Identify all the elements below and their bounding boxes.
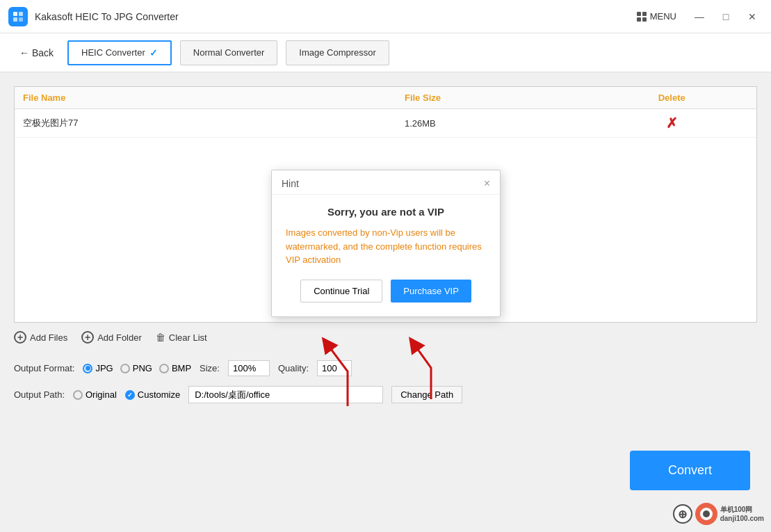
tab-normal-converter[interactable]: Normal Converter — [180, 40, 278, 65]
menu-button[interactable]: MENU — [630, 8, 683, 24]
hint-main-text: Sorry, you are not a VIP — [286, 206, 486, 218]
window-controls: MENU — □ ✕ — [630, 8, 763, 25]
hint-close-button[interactable]: × — [484, 177, 490, 190]
back-button[interactable]: ← Back — [14, 45, 59, 61]
arrow-indicators — [292, 330, 501, 413]
main-window: Kakasoft HEIC To JPG Converter MENU — □ … — [0, 0, 771, 532]
svg-rect-3 — [19, 17, 23, 22]
dialog-overlay: Hint × Sorry, you are not a VIP Images c… — [0, 72, 771, 532]
tab-heic-converter[interactable]: HEIC Converter ✓ — [67, 40, 172, 65]
tab-heic-label: HEIC Converter — [81, 47, 145, 58]
hint-dialog: Hint × Sorry, you are not a VIP Images c… — [271, 170, 501, 317]
app-title: Kakasoft HEIC To JPG Converter — [35, 11, 630, 22]
tab-image-label: Image Compressor — [299, 47, 376, 58]
menu-grid-icon — [637, 12, 647, 22]
nav-bar: ← Back HEIC Converter ✓ Normal Converter… — [0, 33, 771, 72]
hint-body: Sorry, you are not a VIP Images converte… — [272, 195, 500, 316]
minimize-button[interactable]: — — [689, 8, 710, 25]
svg-rect-2 — [13, 17, 17, 22]
close-button[interactable]: ✕ — [742, 8, 763, 25]
tab-normal-label: Normal Converter — [193, 47, 265, 58]
hint-buttons: Continue Trial Purchase VIP — [286, 280, 486, 303]
svg-rect-1 — [19, 12, 23, 16]
tab-heic-check: ✓ — [149, 47, 158, 58]
maximize-button[interactable]: □ — [715, 8, 736, 25]
hint-title: Hint — [282, 178, 299, 189]
tab-image-compressor[interactable]: Image Compressor — [286, 40, 389, 65]
purchase-vip-button[interactable]: Purchase VIP — [391, 280, 471, 303]
hint-header: Hint × — [272, 170, 500, 195]
hint-sub-text: Images converted by non-Vip users will b… — [286, 226, 486, 267]
continue-trial-button[interactable]: Continue Trial — [300, 280, 382, 303]
menu-label: MENU — [650, 11, 676, 22]
title-bar: Kakasoft HEIC To JPG Converter MENU — □ … — [0, 0, 771, 33]
main-content: File Name File Size Delete 空极光图片77 1.26M… — [0, 72, 771, 532]
svg-rect-0 — [13, 12, 17, 16]
app-icon — [8, 7, 28, 26]
